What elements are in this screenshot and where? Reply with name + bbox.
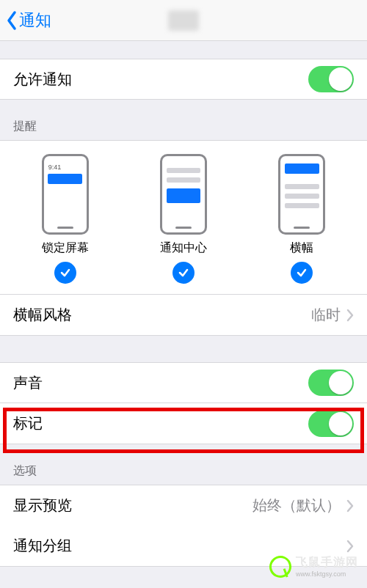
chevron-right-icon <box>346 309 354 322</box>
chevron-left-icon <box>6 10 18 31</box>
badges-row[interactable]: 标记 <box>0 403 367 444</box>
allow-notifications-row[interactable]: 允许通知 <box>0 59 367 100</box>
alert-style-lock[interactable]: 9:41 锁定屏幕 <box>6 154 124 284</box>
alerts-panel: 9:41 锁定屏幕 通知中心 <box>0 140 367 336</box>
banner-style-label: 横幅风格 <box>13 305 72 325</box>
badges-label: 标记 <box>13 414 43 433</box>
alert-banner-label: 横幅 <box>290 240 313 256</box>
sounds-switch[interactable] <box>308 370 354 396</box>
watermark-logo-icon <box>266 552 295 581</box>
badges-switch[interactable] <box>308 411 354 437</box>
back-button[interactable]: 通知 <box>6 10 51 32</box>
show-previews-row[interactable]: 显示预览 始终（默认） <box>0 485 367 526</box>
alert-style-center[interactable]: 通知中心 <box>124 154 242 284</box>
show-previews-label: 显示预览 <box>13 496 72 515</box>
notification-center-icon <box>160 154 207 235</box>
check-icon <box>172 262 195 284</box>
check-icon <box>291 262 313 284</box>
banner-style-row[interactable]: 横幅风格 临时 <box>0 294 367 335</box>
allow-switch[interactable] <box>308 66 354 92</box>
banner-style-value: 临时 <box>311 305 341 325</box>
alert-center-label: 通知中心 <box>160 240 207 256</box>
allow-label: 允许通知 <box>13 70 72 89</box>
chevron-right-icon <box>346 540 354 553</box>
options-group-header: 选项 <box>0 444 367 485</box>
grouping-label: 通知分组 <box>13 536 72 556</box>
banner-icon <box>278 154 325 235</box>
sounds-row[interactable]: 声音 <box>0 362 367 403</box>
nav-title-blurred <box>168 10 199 31</box>
show-previews-value: 始终（默认） <box>252 496 341 515</box>
back-label: 通知 <box>19 10 51 32</box>
sounds-label: 声音 <box>13 373 43 393</box>
nav-header: 通知 <box>0 0 367 41</box>
check-icon <box>54 262 76 284</box>
chevron-right-icon <box>346 499 354 512</box>
watermark-name: 飞鼠手游网 <box>296 555 358 570</box>
alert-style-banner[interactable]: 横幅 <box>243 154 361 284</box>
lock-screen-icon: 9:41 <box>42 154 89 235</box>
watermark: 飞鼠手游网 www.fsktgsy.com <box>269 555 358 578</box>
alerts-group-header: 提醒 <box>0 100 367 140</box>
alert-lock-label: 锁定屏幕 <box>42 240 89 256</box>
watermark-url: www.fsktgsy.com <box>296 570 358 578</box>
